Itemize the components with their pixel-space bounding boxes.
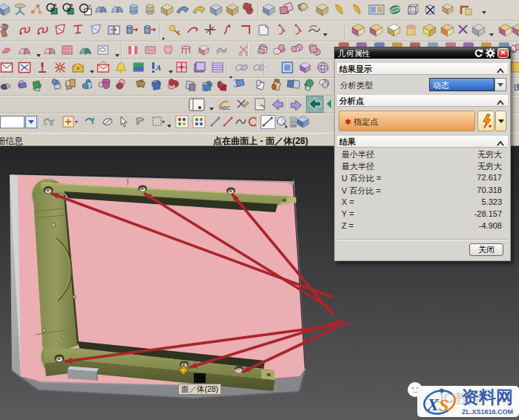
svg-text:A: A: [155, 63, 161, 72]
svg-text:ABC: ABC: [220, 105, 230, 111]
svg-text:X: X: [426, 395, 440, 414]
svg-text:S: S: [439, 396, 448, 415]
svg-text:x: x: [88, 2, 91, 9]
